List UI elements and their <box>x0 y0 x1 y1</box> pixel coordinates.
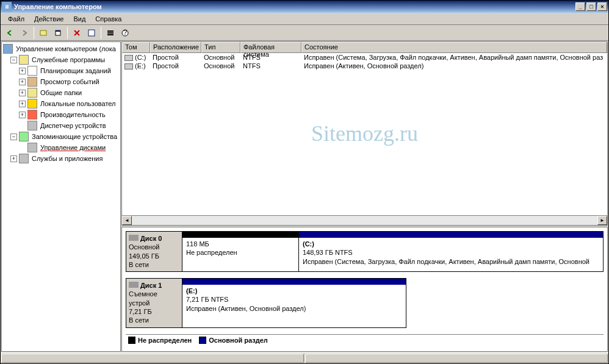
help-button[interactable]: ? <box>118 26 132 40</box>
svg-rect-2 <box>56 30 60 32</box>
forward-button[interactable] <box>18 26 31 40</box>
volume-type: Основной <box>201 54 240 61</box>
legend-swatch-unallocated <box>128 337 135 344</box>
tree-node-storage[interactable]: − Запоминающие устройства <box>3 131 119 142</box>
hdd-icon <box>129 235 139 241</box>
partition-label: (E:) <box>186 287 402 295</box>
tree: Управление компьютером (лока − Служебные… <box>2 42 120 165</box>
menu-view[interactable]: Вид <box>68 14 90 24</box>
volume-row[interactable]: (C:) Простой Основной NTFS Исправен (Сис… <box>122 53 607 62</box>
expand-icon[interactable]: + <box>19 101 26 107</box>
partition-status: Не распределен <box>186 248 295 257</box>
tree-node-diskmgmt[interactable]: Управление дисками <box>3 142 119 153</box>
collapse-icon[interactable]: − <box>10 134 17 140</box>
partitions: 118 МБ Не распределен (C:) 148,93 ГБ NTF… <box>182 232 603 271</box>
volume-status: Исправен (Система, Загрузка, Файл подкач… <box>301 54 607 61</box>
tree-label: Общие папки <box>39 89 83 96</box>
scroll-track[interactable] <box>132 216 597 225</box>
users-icon <box>27 99 37 109</box>
disk-row: Диск 0 Основной 149,05 ГБ В сети 118 МБ … <box>126 231 604 272</box>
tree-node-eventviewer[interactable]: +Просмотр событий <box>3 76 119 87</box>
tree-node-scheduler[interactable]: +Планировщик заданий <box>3 65 119 76</box>
expand-icon[interactable]: + <box>10 155 17 162</box>
legend-label: Основной раздел <box>209 337 268 344</box>
partition-body: (E:) 7,21 ГБ NTFS Исправен (Активен, Осн… <box>182 285 406 315</box>
partition-primary[interactable]: (C:) 148,93 ГБ NTFS Исправен (Система, З… <box>298 232 603 271</box>
gear-icon <box>19 154 29 163</box>
menu-bar: Файл Действие Вид Справка <box>1 13 608 25</box>
partition-label: (C:) <box>303 240 599 248</box>
tree-label: Локальные пользовател <box>39 100 117 107</box>
volume-status: Исправен (Активен, Основной раздел) <box>301 62 607 70</box>
tree-node-system-tools[interactable]: − Служебные программы <box>3 54 119 65</box>
perf-icon <box>27 110 37 120</box>
watermark: Sitemozg.ru <box>311 121 418 146</box>
legend: Не распределен Основной раздел <box>126 334 604 346</box>
partition-body: (C:) 148,93 ГБ NTFS Исправен (Система, З… <box>299 238 603 268</box>
svg-rect-4 <box>107 30 114 32</box>
main-area: Управление компьютером (лока − Служебные… <box>1 41 608 352</box>
maximize-button[interactable]: □ <box>586 2 596 11</box>
drive-icon <box>124 63 133 70</box>
disk-type: Основной <box>129 243 179 251</box>
toolbar: ? <box>1 25 608 41</box>
column-headers: Том Расположение Тип Файловая система Со… <box>122 42 607 53</box>
legend-swatch-primary <box>199 337 206 344</box>
collapse-icon[interactable]: − <box>10 57 17 63</box>
volume-row[interactable]: (E:) Простой Основной NTFS Исправен (Акт… <box>122 62 607 70</box>
tree-label: Управление компьютером (лока <box>15 45 117 52</box>
tree-node-devmgr[interactable]: Диспетчер устройств <box>3 120 119 131</box>
app-icon: 🖥 <box>2 2 12 12</box>
tree-label: Просмотр событий <box>39 78 101 85</box>
tree-label: Управление дисками <box>39 144 107 151</box>
col-volume[interactable]: Том <box>122 42 150 53</box>
folder-icon <box>27 88 37 98</box>
menu-file[interactable]: Файл <box>3 14 29 24</box>
storage-icon <box>19 132 29 141</box>
menu-help[interactable]: Справка <box>90 14 126 24</box>
event-icon <box>27 77 37 87</box>
tree-label: Производительность <box>39 111 107 118</box>
tree-root[interactable]: Управление компьютером (лока <box>3 43 119 54</box>
disk-name: Диск 1 <box>140 282 162 289</box>
disk-layout: Диск 0 Основной 149,05 ГБ В сети 118 МБ … <box>121 227 608 352</box>
partition-primary[interactable]: (E:) 7,21 ГБ NTFS Исправен (Активен, Осн… <box>182 279 406 327</box>
disk-icon <box>27 143 37 152</box>
up-button[interactable] <box>37 26 50 40</box>
disk-status: В сети <box>129 316 179 324</box>
expand-icon[interactable]: + <box>19 112 26 118</box>
menu-action[interactable]: Действие <box>29 14 68 24</box>
tree-panel: Управление компьютером (лока − Служебные… <box>1 41 121 352</box>
partition-unallocated[interactable]: 118 МБ Не распределен <box>182 232 298 271</box>
expand-icon[interactable]: + <box>19 68 26 74</box>
col-layout[interactable]: Расположение <box>150 42 201 53</box>
toolbar-separator <box>101 27 101 39</box>
col-status[interactable]: Состояние <box>301 42 607 53</box>
delete-button[interactable] <box>70 26 84 40</box>
svg-rect-6 <box>107 34 114 35</box>
list-button[interactable] <box>104 26 117 40</box>
tree-node-shared[interactable]: +Общие папки <box>3 87 119 98</box>
tree-node-performance[interactable]: +Производительность <box>3 109 119 120</box>
disk-row: Диск 1 Съемное устрой 7,21 ГБ В сети (E:… <box>126 278 406 327</box>
scroll-left-icon[interactable]: ◄ <box>122 216 132 225</box>
minimize-button[interactable]: _ <box>575 2 585 11</box>
refresh-button[interactable] <box>85 26 98 40</box>
expand-icon[interactable]: + <box>19 79 26 85</box>
back-button[interactable] <box>3 26 16 40</box>
disk-info[interactable]: Диск 0 Основной 149,05 ГБ В сети <box>126 232 182 271</box>
tree-node-services[interactable]: + Службы и приложения <box>3 153 119 164</box>
expand-icon[interactable]: + <box>19 90 26 96</box>
tree-label: Службы и приложения <box>31 155 104 162</box>
col-type[interactable]: Тип <box>201 42 240 53</box>
tree-label: Планировщик заданий <box>39 67 112 74</box>
volume-list: Том Расположение Тип Файловая система Со… <box>121 41 608 226</box>
partition-status: Исправен (Активен, Основной раздел) <box>186 304 402 313</box>
horizontal-scrollbar[interactable]: ◄ ► <box>122 215 607 225</box>
props-button[interactable] <box>51 26 65 40</box>
col-filesystem[interactable]: Файловая система <box>240 42 301 53</box>
close-button[interactable]: × <box>597 2 607 11</box>
disk-info[interactable]: Диск 1 Съемное устрой 7,21 ГБ В сети <box>126 279 182 327</box>
scroll-right-icon[interactable]: ► <box>597 216 607 225</box>
tree-node-users[interactable]: +Локальные пользовател <box>3 98 119 109</box>
